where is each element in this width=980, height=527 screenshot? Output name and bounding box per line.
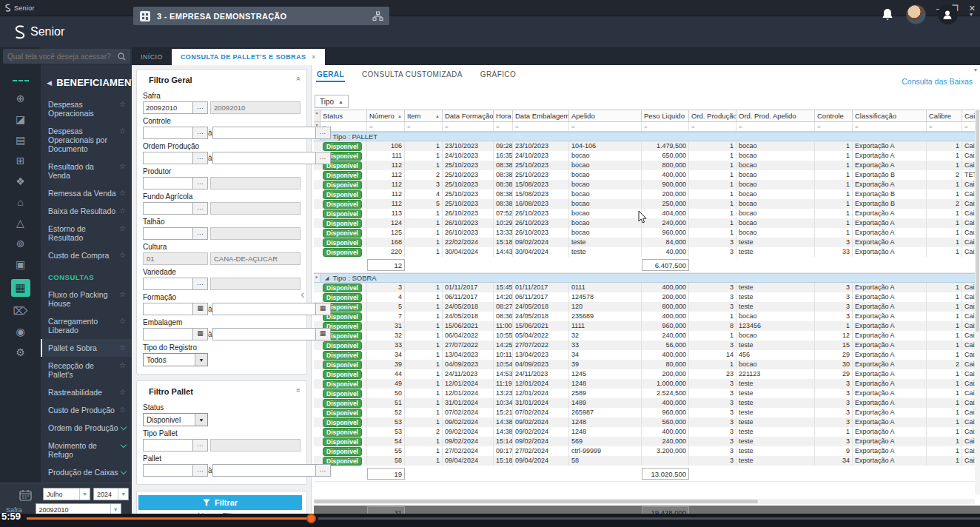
lookup-button[interactable]: … [315,465,330,476]
column-header[interactable]: Hora [494,110,513,121]
column-filter-cell[interactable]: = [927,122,962,131]
video-progress-track[interactable] [318,517,980,520]
embalagem-to-input[interactable] [213,330,315,338]
table-row[interactable]: Disponivel51131/01/202410:3431/01/202414… [314,398,980,408]
sidebar-item[interactable]: Resultado da Venda☆ [41,158,132,184]
table-row[interactable]: Disponivel49112/01/202411:1912/01/202412… [314,379,980,389]
table-row[interactable]: Disponivel112525/10/202308:3816/08/2023b… [314,199,980,209]
embalagem-from-input[interactable] [144,330,192,338]
chart-icon[interactable]: ◪ [12,113,30,126]
scanner-icon[interactable]: ▦ [11,279,30,297]
lookup-button[interactable]: … [192,178,207,189]
sidebar-item[interactable]: Rastreabilidade☆ [41,383,132,401]
safra-input[interactable] [144,104,192,112]
column-filter-cell[interactable]: = [494,122,513,131]
table-row[interactable]: Disponivel125126/10/202313:3326/10/2023b… [314,228,980,238]
expand-arrow-icon[interactable]: ▸ [314,274,320,282]
favorite-star-icon[interactable]: ☆ [119,162,126,171]
table-row[interactable]: Disponivel33127/07/202214:2527/07/202233… [314,340,980,350]
sidebar-item[interactable]: Fluxo do Packing House☆ [41,286,132,312]
favorite-star-icon[interactable]: ☆ [119,224,126,233]
favorite-star-icon[interactable]: ☆ [119,251,126,260]
column-header[interactable]: Data Formação [443,110,494,121]
favorite-star-icon[interactable]: ☆ [119,100,126,109]
sidebar-item[interactable]: Baixa de Resultado☆ [41,202,132,220]
ordem-to-input[interactable] [213,154,315,162]
favorite-star-icon[interactable]: ☆ [119,317,126,326]
grid-options-icon[interactable]: ▾ [974,67,977,73]
calendar-icon[interactable]: ▦ [192,329,207,340]
lookup-button[interactable]: … [192,228,207,239]
globe-icon[interactable]: ⊕ [12,93,30,105]
lookup-button[interactable]: … [192,102,207,113]
search-input[interactable] [7,53,118,61]
table-row[interactable]: Disponivel4106/11/201714:2006/11/2017124… [314,292,980,302]
table-row[interactable]: Disponivel53209/02/202414:3809/02/202412… [314,427,980,437]
calendar-icon[interactable]: ▦ [315,303,330,315]
chevron-down-icon[interactable] [121,469,127,474]
tipo-pallet-input[interactable] [144,441,192,449]
menu-indicator[interactable] [13,80,29,81]
sidebar-item[interactable]: Estorno de Resultado☆ [41,220,132,246]
collapse-icon[interactable]: » [295,389,303,393]
table-row[interactable]: Disponivel52107/02/202415:2107/02/202426… [314,408,980,417]
company-selector[interactable]: 3 - EMPRESA DEMONSTRAÇÃO [133,7,389,25]
table-row[interactable]: Disponivel124126/10/202310:2926/10/2023b… [314,218,980,228]
sidebar-item[interactable]: Despesas Operacionais por Documento☆ [41,122,132,158]
table-row[interactable]: Disponivel32106/04/202210:5505/04/202232… [314,331,980,340]
document-icon[interactable]: ▤ [12,134,30,147]
calendar-icon[interactable]: ▦ [192,303,207,315]
table-row[interactable]: Disponivel3101/11/201715:4501/11/2017011… [314,283,980,292]
column-header[interactable]: Peso Liquido [642,110,689,121]
table-row[interactable]: Disponivel220130/04/202414:4330/04/2024t… [314,247,980,257]
column-header[interactable]: Controle [815,110,853,121]
table-row[interactable]: Disponivel39104/09/202310:5404/09/202339… [314,360,980,369]
column-filter-cell[interactable]: = [513,122,569,131]
favorite-star-icon[interactable]: ☆ [119,189,126,198]
sidebar-item[interactable]: Custo de Compra☆ [41,246,132,264]
content-tab[interactable]: CONSULTA CUSTOMIZADA [361,68,463,82]
column-filter-cell[interactable]: = [405,122,443,131]
favorite-star-icon[interactable]: ☆ [119,343,126,352]
variedade-input[interactable] [144,280,192,288]
tipo-registro-select[interactable]: Todos ▼ [143,353,208,366]
table-row[interactable]: Disponivel31115/06/202111:0015/06/202111… [314,321,980,331]
column-filter-cell[interactable]: = [815,122,853,131]
table-row[interactable]: Disponivel168122/02/202415:1809/02/2024t… [314,238,980,247]
consulta-baixas-link[interactable]: Consulta das Baixas [902,77,973,86]
year-select[interactable]: 2024 ▾ [93,488,129,500]
table-row[interactable]: Disponivel111124/10/202316:3524/10/2023b… [314,151,980,161]
sidebar-item[interactable]: Carregamento Liberado☆ [41,312,132,339]
tractor-icon[interactable]: ⊞ [12,155,30,167]
table-row[interactable]: Disponivel7124/05/201808:3624/05/2018235… [314,312,980,321]
account-icon[interactable] [938,4,958,24]
formacao-to-input[interactable] [213,305,315,313]
group-row[interactable]: ▸◢Tipo : PALLET [314,132,980,141]
lookup-button[interactable]: … [315,152,330,164]
account-caret-icon[interactable]: ▾ [970,11,973,18]
table-row[interactable]: Disponivel55127/02/202409:1727/02/2024ct… [314,446,980,456]
sidebar-item[interactable]: Despesas Operacionais☆ [41,95,132,122]
warehouse-icon[interactable]: ⌦ [12,305,30,318]
sidebar-item[interactable]: Custo de Produção☆ [41,401,132,419]
panel-collapse-icon[interactable]: ‹ [301,285,311,304]
table-row[interactable]: Disponivel53109/02/202414:3809/02/202412… [314,417,980,427]
sidebar-item[interactable]: Recepção de Pallet's☆ [41,357,132,383]
favorite-star-icon[interactable]: ☆ [119,361,126,370]
pallet-from-input[interactable] [144,466,192,474]
column-filter-cell[interactable]: = [736,122,815,131]
table-row[interactable]: Disponivel112325/10/202308:3815/08/2023b… [314,180,980,189]
lookup-button[interactable]: … [315,127,330,138]
global-search[interactable] [3,49,130,64]
video-progress-handle[interactable] [306,514,316,523]
sidebar-item[interactable]: Ordem de Produção [41,419,132,437]
column-filter-cell[interactable]: = [642,122,689,131]
workspace-tab[interactable]: INÍCIO [132,49,172,65]
favorite-star-icon[interactable]: ☆ [119,127,126,135]
column-filter-cell[interactable]: = [689,122,736,131]
column-filter-cell[interactable]: = [443,122,494,131]
person-badge-icon[interactable]: ▣ [12,258,30,271]
filtrar-button[interactable]: Filtrar [138,495,302,510]
lookup-button[interactable]: … [192,278,207,289]
table-row[interactable]: Disponivel50112/01/202413:2312/01/202425… [314,389,980,398]
